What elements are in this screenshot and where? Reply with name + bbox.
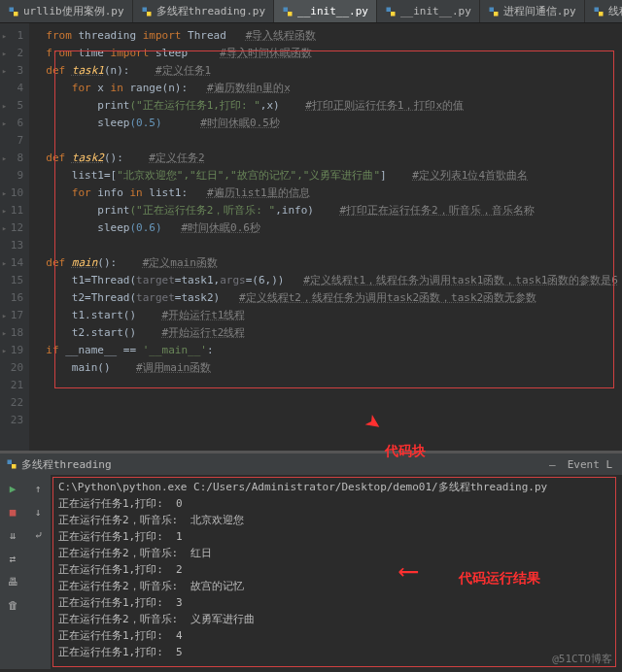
python-icon <box>282 6 294 17</box>
console-line: 正在运行任务1,打印: 3 <box>58 594 614 611</box>
editor-tabs: urllib使用案例.py 多线程threading.py __init__.p… <box>0 0 622 23</box>
print-button[interactable]: 🖶 <box>5 574 20 589</box>
down-button[interactable]: ⇊ <box>5 527 20 543</box>
svg-rect-3 <box>147 12 152 17</box>
svg-rect-13 <box>12 464 17 469</box>
console-line: 正在运行任务1,打印: 1 <box>58 528 614 545</box>
up-icon[interactable]: ↑ <box>30 481 46 496</box>
tab-label: __init__.py <box>400 5 471 17</box>
svg-rect-11 <box>599 12 604 17</box>
run-tool-column: ▶ ■ ⇊ ⇄ 🖶 🗑 <box>0 475 25 669</box>
filter-button[interactable]: ⇄ <box>5 551 20 566</box>
line-numbers: 1234567891011121314151617181920212223 <box>9 23 29 451</box>
console-area: ▶ ■ ⇊ ⇄ 🖶 🗑 ↑ ↓ ⤶ C:\Python\python.exe C… <box>0 475 622 669</box>
run-tab-label: 多线程threading <box>21 457 112 472</box>
svg-rect-10 <box>594 7 599 12</box>
tab-threading[interactable]: 多线程threading.py <box>133 0 274 22</box>
svg-rect-4 <box>284 7 289 12</box>
arrow-icon: ⟵ <box>400 562 417 579</box>
tab-urllib[interactable]: urllib使用案例.py <box>0 0 133 22</box>
python-icon <box>6 458 17 470</box>
editor-area: ▸ ▸▸▸▸▸▸▸▸▸▸▸▸ 1234567891011121314151617… <box>0 23 622 451</box>
fold-column: ▸ ▸▸▸▸▸▸▸▸▸▸▸▸ <box>0 23 9 451</box>
trash-button[interactable]: 🗑 <box>5 597 20 613</box>
tab-label: 线程 <box>608 4 622 18</box>
tab-label: 多线程threading.py <box>156 4 265 18</box>
run-tab[interactable]: 多线程threading <box>6 457 112 472</box>
svg-rect-7 <box>391 12 396 17</box>
tab-init2[interactable]: __init__.py <box>377 0 480 22</box>
rerun-button[interactable]: ▶ <box>5 481 20 496</box>
tab-ipc[interactable]: 进程间通信.py <box>480 0 585 22</box>
code-editor[interactable]: from threading import Thread #导入线程函数 fro… <box>29 23 622 451</box>
tab-thread2[interactable]: 线程 <box>585 0 622 22</box>
console-line: 正在运行任务2，听音乐: 义勇军进行曲 <box>58 611 614 627</box>
wrap-icon[interactable]: ⤶ <box>30 527 46 543</box>
console-line: 正在运行任务2，听音乐: 北京欢迎您 <box>58 512 614 528</box>
svg-rect-5 <box>288 12 293 17</box>
svg-rect-2 <box>142 7 147 12</box>
console-line: 正在运行任务1,打印: 4 <box>58 627 614 644</box>
run-tool-column2: ↑ ↓ ⤶ <box>25 475 51 669</box>
run-toolbar: 多线程threading — Event L <box>0 454 622 475</box>
python-icon <box>8 6 19 17</box>
console-line: 正在运行任务1,打印: 5 <box>58 644 614 660</box>
svg-rect-6 <box>386 7 391 12</box>
console-line: 正在运行任务2，听音乐: 红日 <box>58 545 614 561</box>
python-icon <box>593 6 605 17</box>
annotation-result: 代码运行结果 <box>459 570 540 587</box>
tab-label: 进程间通信.py <box>503 4 576 18</box>
minimize-icon[interactable]: — <box>545 458 560 471</box>
tab-label: __init__.py <box>297 5 368 17</box>
svg-rect-1 <box>14 12 18 17</box>
console-output[interactable]: C:\Python\python.exe C:/Users/Administra… <box>51 475 622 669</box>
stop-button[interactable]: ■ <box>5 504 20 520</box>
tab-init1[interactable]: __init__.py <box>274 0 377 22</box>
down-icon[interactable]: ↓ <box>30 504 46 520</box>
fold-mark[interactable]: ▸ <box>2 27 7 45</box>
svg-rect-9 <box>494 12 499 17</box>
svg-rect-12 <box>8 460 13 465</box>
console-cmd: C:\Python\python.exe C:/Users/Administra… <box>58 479 614 495</box>
watermark: @51CTO博客 <box>552 652 612 666</box>
python-icon <box>488 6 500 17</box>
tab-label: urllib使用案例.py <box>23 4 124 18</box>
svg-rect-0 <box>10 7 15 12</box>
console-line: 正在运行任务1,打印: 0 <box>58 495 614 512</box>
event-log-button[interactable]: Event L <box>564 458 616 471</box>
python-icon <box>141 6 153 17</box>
annotation-code: 代码块 <box>385 443 426 460</box>
python-icon <box>385 6 397 17</box>
svg-rect-8 <box>489 7 494 12</box>
